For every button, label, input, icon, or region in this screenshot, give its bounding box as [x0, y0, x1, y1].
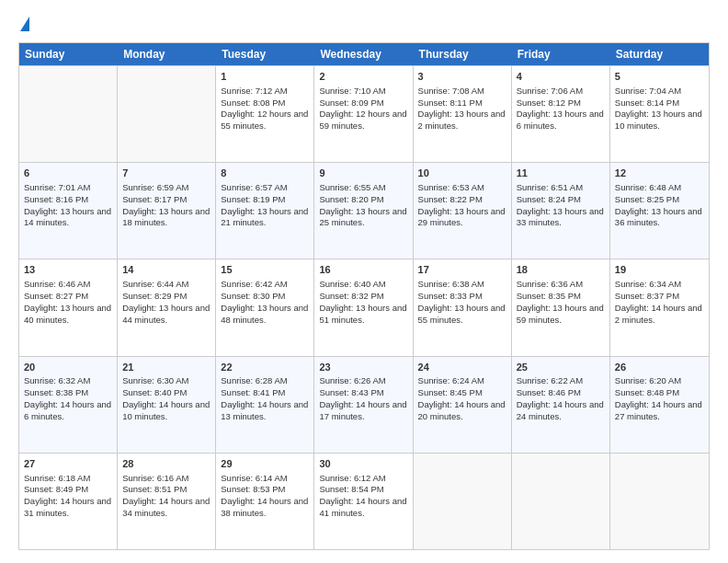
daylight-text: Daylight: 13 hours and 18 minutes. [122, 206, 210, 228]
calendar-day-cell: 17Sunrise: 6:38 AMSunset: 8:33 PMDayligh… [414, 259, 512, 355]
sunrise-text: Sunrise: 7:04 AM [615, 86, 681, 96]
daylight-text: Daylight: 14 hours and 17 minutes. [319, 399, 406, 421]
sunrise-text: Sunrise: 7:06 AM [517, 86, 583, 96]
calendar-day-cell: 22Sunrise: 6:28 AMSunset: 8:41 PMDayligh… [216, 357, 314, 453]
header [18, 17, 710, 33]
day-number: 27 [24, 457, 112, 471]
day-number: 16 [319, 263, 407, 277]
calendar-day-cell: 10Sunrise: 6:53 AMSunset: 8:22 PMDayligh… [414, 163, 512, 259]
day-number: 4 [517, 70, 605, 84]
daylight-text: Daylight: 13 hours and 21 minutes. [221, 206, 308, 228]
calendar-day-cell: 9Sunrise: 6:55 AMSunset: 8:20 PMDaylight… [314, 163, 413, 259]
sunrise-text: Sunrise: 6:57 AM [221, 182, 287, 192]
calendar-row: 1Sunrise: 7:12 AMSunset: 8:08 PMDaylight… [19, 65, 709, 162]
sunset-text: Sunset: 8:37 PM [615, 291, 679, 301]
day-number: 11 [517, 167, 605, 180]
sunrise-text: Sunrise: 7:08 AM [418, 86, 484, 96]
sunrise-text: Sunrise: 6:40 AM [319, 279, 385, 289]
daylight-text: Daylight: 14 hours and 6 minutes. [24, 399, 111, 421]
calendar-day-cell: 30Sunrise: 6:12 AMSunset: 8:54 PMDayligh… [314, 454, 413, 549]
calendar-day-cell: 27Sunrise: 6:18 AMSunset: 8:49 PMDayligh… [19, 454, 118, 549]
calendar-day-cell: 18Sunrise: 6:36 AMSunset: 8:35 PMDayligh… [512, 259, 610, 355]
sunrise-text: Sunrise: 6:20 AM [615, 375, 681, 385]
sunset-text: Sunset: 8:33 PM [418, 291, 483, 301]
calendar-day-cell: 4Sunrise: 7:06 AMSunset: 8:12 PMDaylight… [512, 66, 610, 162]
sunrise-text: Sunrise: 6:51 AM [517, 182, 583, 192]
daylight-text: Daylight: 14 hours and 13 minutes. [221, 399, 308, 421]
sunrise-text: Sunrise: 6:55 AM [319, 182, 385, 192]
calendar-day-cell: 8Sunrise: 6:57 AMSunset: 8:19 PMDaylight… [216, 163, 314, 259]
day-number: 18 [517, 263, 605, 277]
sunset-text: Sunset: 8:22 PM [418, 194, 483, 204]
day-number: 23 [319, 361, 407, 374]
sunset-text: Sunset: 8:46 PM [517, 387, 581, 397]
sunrise-text: Sunrise: 6:36 AM [517, 279, 583, 289]
sunrise-text: Sunrise: 6:46 AM [24, 279, 90, 289]
day-number: 28 [122, 457, 210, 471]
sunrise-text: Sunrise: 6:32 AM [24, 375, 90, 385]
daylight-text: Daylight: 14 hours and 34 minutes. [122, 496, 210, 518]
daylight-text: Daylight: 12 hours and 59 minutes. [319, 109, 406, 131]
sunset-text: Sunset: 8:11 PM [418, 98, 483, 108]
calendar-day-cell: 20Sunrise: 6:32 AMSunset: 8:38 PMDayligh… [19, 357, 118, 453]
sunset-text: Sunset: 8:16 PM [24, 194, 88, 204]
sunset-text: Sunset: 8:27 PM [24, 291, 88, 301]
sunrise-text: Sunrise: 6:24 AM [418, 375, 484, 385]
sunrise-text: Sunrise: 7:01 AM [24, 182, 90, 192]
calendar-header: SundayMondayTuesdayWednesdayThursdayFrid… [19, 43, 709, 65]
logo-triangle-icon [20, 17, 29, 31]
logo [18, 17, 29, 33]
calendar-day-cell: 19Sunrise: 6:34 AMSunset: 8:37 PMDayligh… [610, 259, 709, 355]
calendar-body: 1Sunrise: 7:12 AMSunset: 8:08 PMDaylight… [19, 65, 709, 549]
daylight-text: Daylight: 13 hours and 14 minutes. [24, 206, 111, 228]
sunset-text: Sunset: 8:53 PM [221, 484, 285, 494]
sunset-text: Sunset: 8:08 PM [221, 98, 285, 108]
daylight-text: Daylight: 13 hours and 10 minutes. [615, 109, 702, 131]
calendar-day-cell: 2Sunrise: 7:10 AMSunset: 8:09 PMDaylight… [314, 66, 413, 162]
sunset-text: Sunset: 8:30 PM [221, 291, 285, 301]
daylight-text: Daylight: 14 hours and 10 minutes. [122, 399, 210, 421]
empty-cell [118, 66, 216, 162]
calendar-day-cell: 24Sunrise: 6:24 AMSunset: 8:45 PMDayligh… [414, 357, 512, 453]
sunrise-text: Sunrise: 6:26 AM [319, 375, 385, 385]
empty-cell [414, 454, 512, 549]
sunrise-text: Sunrise: 6:30 AM [122, 375, 188, 385]
daylight-text: Daylight: 13 hours and 2 minutes. [418, 109, 506, 131]
day-number: 24 [418, 361, 506, 374]
sunrise-text: Sunrise: 6:48 AM [615, 182, 681, 192]
sunset-text: Sunset: 8:38 PM [24, 387, 88, 397]
calendar-day-cell: 5Sunrise: 7:04 AMSunset: 8:14 PMDaylight… [610, 66, 709, 162]
daylight-text: Daylight: 13 hours and 40 minutes. [24, 303, 111, 325]
sunrise-text: Sunrise: 6:16 AM [122, 473, 188, 483]
sunset-text: Sunset: 8:49 PM [24, 484, 88, 494]
day-number: 15 [221, 263, 309, 277]
daylight-text: Daylight: 14 hours and 38 minutes. [221, 496, 308, 518]
day-of-week-header: Saturday [610, 43, 709, 65]
day-number: 12 [615, 167, 704, 180]
sunrise-text: Sunrise: 6:38 AM [418, 279, 484, 289]
sunset-text: Sunset: 8:43 PM [319, 387, 383, 397]
daylight-text: Daylight: 14 hours and 24 minutes. [517, 399, 604, 421]
daylight-text: Daylight: 14 hours and 41 minutes. [319, 496, 406, 518]
calendar-day-cell: 28Sunrise: 6:16 AMSunset: 8:51 PMDayligh… [118, 454, 216, 549]
day-of-week-header: Thursday [414, 43, 512, 65]
sunrise-text: Sunrise: 6:53 AM [418, 182, 484, 192]
sunset-text: Sunset: 8:14 PM [615, 98, 679, 108]
sunrise-text: Sunrise: 6:34 AM [615, 279, 681, 289]
sunrise-text: Sunrise: 6:18 AM [24, 473, 90, 483]
daylight-text: Daylight: 13 hours and 55 minutes. [418, 303, 506, 325]
sunrise-text: Sunrise: 6:14 AM [221, 473, 287, 483]
daylight-text: Daylight: 14 hours and 2 minutes. [615, 303, 702, 325]
daylight-text: Daylight: 13 hours and 59 minutes. [517, 303, 604, 325]
calendar-day-cell: 7Sunrise: 6:59 AMSunset: 8:17 PMDaylight… [118, 163, 216, 259]
day-number: 7 [122, 167, 210, 180]
sunrise-text: Sunrise: 6:12 AM [319, 473, 385, 483]
day-number: 30 [319, 457, 407, 471]
sunset-text: Sunset: 8:45 PM [418, 387, 483, 397]
sunrise-text: Sunrise: 6:42 AM [221, 279, 287, 289]
calendar-row: 27Sunrise: 6:18 AMSunset: 8:49 PMDayligh… [19, 453, 709, 549]
calendar-day-cell: 12Sunrise: 6:48 AMSunset: 8:25 PMDayligh… [610, 163, 709, 259]
calendar-row: 20Sunrise: 6:32 AMSunset: 8:38 PMDayligh… [19, 356, 709, 453]
day-number: 22 [221, 361, 309, 374]
sunset-text: Sunset: 8:51 PM [122, 484, 187, 494]
